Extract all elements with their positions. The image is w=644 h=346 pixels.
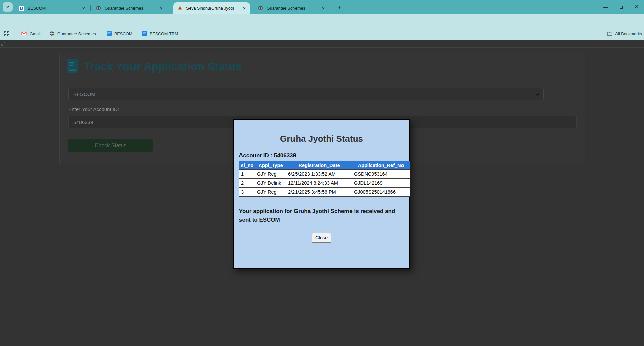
restore-icon: [620, 5, 623, 9]
window-restore-button[interactable]: [613, 0, 629, 13]
browser-window: BESCOM × Guarantee Schemes × Seva Sindhu…: [0, 0, 644, 346]
tab-seva-sindhu[interactable]: Seva Sindhu(Gruha Jyoti) ×: [173, 2, 250, 14]
cell-application-ref-no: GJDL142169: [352, 179, 410, 188]
status-message: Your application for Gruha Jyothi Scheme…: [239, 207, 400, 225]
tab-separator: [331, 5, 331, 11]
bookmark-label: BESCOM-TRM: [150, 32, 178, 36]
globe-icon: [50, 31, 55, 37]
page-title: Track Your Application Status: [84, 60, 242, 73]
tab-separator: [90, 5, 91, 11]
window-close-button[interactable]: ×: [629, 0, 644, 13]
cell-registration-date: 12/11/2024 8:24:33 AM: [286, 179, 352, 188]
folder-icon: [607, 31, 612, 37]
bookmark-label: BESCOM: [114, 32, 132, 36]
bookmarks-bar: Gmail Guarantee Schemes BESCOM BESCOM-TR…: [0, 28, 644, 40]
tab-title: Seva Sindhu(Gruha Jyoti): [186, 6, 238, 11]
all-bookmarks-button[interactable]: All Bookmarks: [605, 30, 644, 38]
tab-search-button[interactable]: [3, 2, 13, 12]
tab-guarantee-schemes-2[interactable]: Guarantee Schemes ×: [254, 2, 329, 14]
cell-appl-type: GJY Reg: [255, 188, 286, 197]
chevron-down-icon: [535, 92, 539, 98]
bescom-app-icon: [107, 31, 112, 37]
table-row: 2 GJY Delink 12/11/2024 8:24:33 AM GJDL1…: [239, 179, 410, 188]
cell-sl-no: 1: [239, 170, 255, 179]
gruha-jyothi-status-modal: Gruha Jyothi Status Account ID : 5406339…: [233, 119, 410, 269]
all-bookmarks-label: All Bookmarks: [615, 32, 642, 36]
cell-application-ref-no: GSDNC953164: [352, 170, 410, 179]
browser-toolbar: ← → ↻ ⌂ sevasindhu.karnataka.gov.in/Stat…: [0, 14, 644, 28]
tab-title: BESCOM: [28, 6, 78, 11]
modal-title: Gruha Jyothi Status: [234, 134, 409, 144]
escom-select-value: BESCOM: [73, 91, 95, 97]
tab-bescom[interactable]: BESCOM ×: [15, 2, 89, 14]
bookmark-label: Guarantee Schemes: [57, 32, 96, 36]
cell-registration-date: 2/21/2025 3:45:56 PM: [286, 188, 352, 197]
window-minimize-button[interactable]: —: [598, 0, 613, 13]
new-tab-button[interactable]: +: [335, 3, 344, 12]
cell-sl-no: 2: [239, 179, 255, 188]
tab-guarantee-schemes-1[interactable]: Guarantee Schemes ×: [92, 2, 167, 14]
bookmark-bescom[interactable]: BESCOM: [105, 30, 135, 38]
modal-account-id: Account ID : 5406339: [239, 152, 409, 159]
tab-close-icon[interactable]: ×: [241, 5, 247, 11]
table-header-row: sl_no Appl_Type Registration_Date Applic…: [239, 161, 410, 170]
tab-close-icon[interactable]: ×: [80, 5, 87, 11]
modal-close-button[interactable]: Close: [312, 233, 331, 243]
bescom-favicon-icon: [19, 6, 24, 11]
page-content: Track Your Application Status BESCOM Ent…: [0, 40, 644, 346]
header-divider: [0, 47, 644, 48]
globe-favicon-icon: [96, 6, 101, 11]
bookmark-bescom-trm[interactable]: BESCOM-TRM: [140, 30, 180, 38]
check-status-button[interactable]: Check Status: [68, 139, 153, 152]
cell-registration-date: 6/25/2023 1:33:52 AM: [286, 170, 352, 179]
table-row: 3 GJY Reg 2/21/2025 3:45:56 PM GJ005S250…: [239, 188, 410, 197]
cell-application-ref-no: GJ005S250141866: [352, 188, 410, 197]
status-table: sl_no Appl_Type Registration_Date Applic…: [239, 161, 410, 197]
tab-close-icon[interactable]: ×: [320, 5, 326, 11]
card-header: Track Your Application Status: [60, 53, 585, 80]
book-icon: [66, 59, 78, 74]
column-header: sl_no: [239, 161, 255, 170]
column-header: Registration_Date: [286, 161, 352, 170]
account-id-label: Enter Your Account ID:: [68, 106, 119, 112]
karnataka-emblem-favicon-icon: [177, 6, 183, 11]
broken-image-icon: [1, 42, 5, 46]
bescom-app-icon: [142, 31, 147, 37]
table-row: 1 GJY Reg 6/25/2023 1:33:52 AM GSDNC9531…: [239, 170, 410, 179]
gmail-icon: [21, 31, 27, 37]
tab-title: Guarantee Schemes: [267, 6, 318, 11]
chevron-down-icon: [6, 4, 10, 10]
bookmark-gmail[interactable]: Gmail: [19, 30, 43, 38]
tab-close-icon[interactable]: ×: [158, 5, 164, 11]
bookmark-label: Gmail: [30, 32, 41, 36]
bookmarks-separator: [15, 31, 15, 37]
column-header: Appl_Type: [255, 161, 286, 170]
escom-select[interactable]: BESCOM: [68, 88, 544, 100]
globe-favicon-icon: [258, 6, 263, 11]
cell-sl-no: 3: [239, 188, 255, 197]
tab-strip: BESCOM × Guarantee Schemes × Seva Sindhu…: [0, 0, 644, 14]
tab-title: Guarantee Schemes: [105, 6, 156, 11]
bookmark-guarantee-schemes[interactable]: Guarantee Schemes: [48, 30, 98, 38]
apps-grid-icon[interactable]: [4, 31, 9, 36]
bookmarks-separator: [601, 31, 601, 37]
column-header: Application_Ref_No: [352, 161, 410, 170]
cell-appl-type: GJY Delink: [255, 179, 286, 188]
cell-appl-type: GJY Reg: [255, 170, 286, 179]
